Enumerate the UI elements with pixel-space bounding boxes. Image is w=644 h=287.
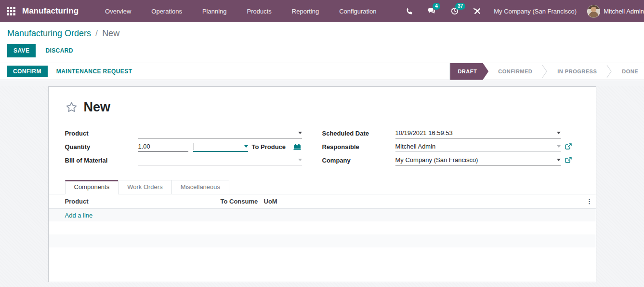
quantity-label: Quantity: [65, 143, 138, 150]
stage-confirmed[interactable]: CONFIRMED: [488, 63, 542, 80]
chevron-down-icon[interactable]: [557, 159, 561, 161]
save-button[interactable]: SAVE: [7, 44, 36, 57]
tab-components[interactable]: Components: [65, 180, 119, 194]
area-chart-icon: [293, 143, 302, 150]
activities-badge: 37: [455, 3, 465, 10]
responsible-open-record-button[interactable]: [565, 143, 572, 150]
tab-miscellaneous[interactable]: Miscellaneous: [171, 180, 229, 194]
phone-icon: [406, 7, 414, 15]
company-open-record-button[interactable]: [565, 157, 572, 164]
chevron-down-icon[interactable]: [298, 159, 302, 161]
quantity-input[interactable]: 1.00: [138, 141, 188, 152]
components-table-header: Product To Consume UoM ⋮: [49, 194, 596, 209]
chevron-down-icon[interactable]: [557, 145, 561, 148]
forecast-report-button[interactable]: [293, 143, 302, 150]
product-label: Product: [65, 130, 138, 137]
activities-button[interactable]: 37: [450, 6, 460, 16]
discard-button[interactable]: DISCARD: [42, 44, 76, 57]
menu-planning[interactable]: Planning: [192, 0, 237, 22]
menu-products[interactable]: Products: [237, 0, 282, 22]
external-link-icon: [565, 157, 572, 164]
menu-configuration[interactable]: Configuration: [329, 0, 386, 22]
scheduled-date-input[interactable]: 10/19/2021 16:59:53: [395, 128, 561, 138]
record-title: New: [84, 100, 111, 115]
bill-of-material-label: Bill of Material: [65, 157, 138, 164]
messages-badge: 4: [433, 3, 440, 10]
top-navbar: Manufacturing Overview Operations Planni…: [0, 0, 644, 22]
form-right-column: Scheduled Date 10/19/2021 16:59:53 Respo…: [322, 126, 579, 167]
stage-draft[interactable]: DRAFT: [450, 63, 488, 80]
stage-pipeline: DRAFT CONFIRMED IN PROGRESS DONE: [449, 63, 644, 80]
uom-input[interactable]: [193, 141, 248, 152]
content-area: New Product Quantity 1.00: [0, 86, 644, 287]
breadcrumb-separator: /: [93, 28, 100, 38]
menu-reporting[interactable]: Reporting: [282, 0, 329, 22]
column-header-product[interactable]: Product: [49, 198, 221, 205]
stage-in-progress[interactable]: IN PROGRESS: [548, 63, 606, 80]
empty-row: [49, 221, 596, 234]
company-switcher[interactable]: My Company (San Francisco): [494, 8, 577, 15]
notebook-tabs: Components Work Orders Miscellaneous: [49, 179, 596, 194]
breadcrumb-current: New: [102, 28, 119, 38]
to-produce-label: To Produce: [252, 143, 286, 150]
statusbar: CONFIRM MAINTENANCE REQUEST DRAFT CONFIR…: [0, 63, 644, 80]
tools-button[interactable]: [473, 6, 482, 16]
stage-done[interactable]: DONE: [612, 63, 644, 80]
voip-phone-button[interactable]: [405, 6, 414, 16]
scheduled-date-label: Scheduled Date: [322, 130, 395, 137]
chevron-down-icon[interactable]: [557, 132, 561, 134]
column-header-uom[interactable]: UoM: [264, 198, 583, 205]
form-left-column: Product Quantity 1.00 To Produce: [65, 126, 322, 167]
add-a-line-link[interactable]: Add a line: [49, 209, 596, 221]
breadcrumb-manufacturing-orders[interactable]: Manufacturing Orders: [7, 28, 91, 38]
responsible-input[interactable]: Mitchell Admin: [395, 141, 561, 152]
menu-operations[interactable]: Operations: [141, 0, 192, 22]
company-input[interactable]: My Company (San Francisco): [395, 155, 561, 165]
empty-row: [49, 247, 596, 260]
responsible-label: Responsible: [322, 143, 395, 150]
stage-chevron-icon: [542, 64, 548, 79]
apps-menu-button[interactable]: [0, 0, 22, 22]
star-icon: [65, 101, 78, 114]
column-header-to-consume[interactable]: To Consume: [221, 198, 264, 205]
control-panel: Manufacturing Orders / New SAVE DISCARD: [0, 22, 644, 63]
chevron-down-icon[interactable]: [244, 145, 248, 148]
menu-overview[interactable]: Overview: [95, 0, 141, 22]
avatar: [587, 5, 600, 18]
confirm-button[interactable]: CONFIRM: [7, 66, 48, 77]
tools-icon: [473, 7, 482, 15]
breadcrumb: Manufacturing Orders / New: [7, 28, 637, 39]
app-title[interactable]: Manufacturing: [22, 6, 79, 16]
user-menu[interactable]: Mitchell Admin: [587, 5, 644, 18]
external-link-icon: [565, 143, 572, 150]
empty-row: [49, 234, 596, 247]
user-name: Mitchell Admin: [604, 8, 644, 15]
company-label: Company: [322, 157, 395, 164]
chevron-down-icon[interactable]: [298, 132, 302, 134]
text-cursor: [194, 143, 194, 150]
bill-of-material-input[interactable]: [138, 155, 302, 165]
optional-columns-toggle[interactable]: ⋮: [583, 198, 596, 205]
maintenance-request-button[interactable]: MAINTENANCE REQUEST: [53, 66, 136, 77]
tab-work-orders[interactable]: Work Orders: [118, 180, 171, 194]
systray: 4 37: [400, 6, 482, 16]
messages-button[interactable]: 4: [427, 6, 437, 16]
stage-chevron-icon: [606, 64, 612, 79]
form-fields: Product Quantity 1.00 To Produce: [49, 126, 596, 167]
favorite-star-button[interactable]: [65, 101, 78, 114]
apps-grid-icon: [7, 7, 15, 15]
form-sheet: New Product Quantity 1.00: [48, 86, 596, 282]
product-input[interactable]: [138, 128, 302, 138]
